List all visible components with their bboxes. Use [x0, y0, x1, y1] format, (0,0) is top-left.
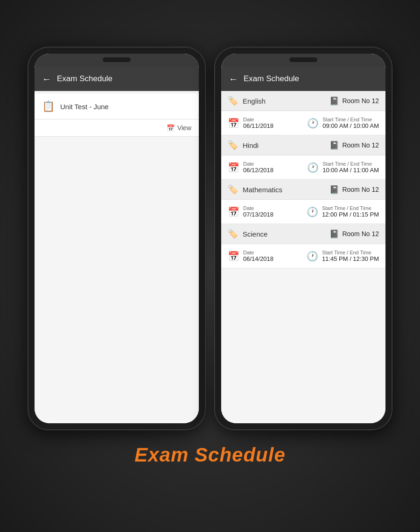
subject-left: 🏷️ Hindi: [228, 140, 259, 150]
subject-name: Mathematics: [243, 186, 282, 194]
room-icon: 📓: [329, 140, 339, 150]
header-title-right: Exam Schedule: [244, 74, 299, 84]
subject-detail-row: 📅 Date 07/13/2018 🕐 Start Time / End Tim…: [221, 200, 385, 224]
date-block: 📅 Date 06/14/2018: [228, 250, 273, 262]
subject-header-row: 🏷️ Mathematics 📓 Room No 12: [221, 180, 385, 200]
subject-header-row: 🏷️ Hindi 📓 Room No 12: [221, 135, 385, 155]
room-label: Room No 12: [342, 141, 379, 149]
time-value: 09:00 AM / 10:00 AM: [322, 122, 379, 129]
date-value: 06/14/2018: [243, 255, 273, 262]
phones-container: ← Exam Schedule 📋 Unit Test - June 📅 Vie…: [28, 47, 392, 430]
time-block: 🕐 Start Time / End Time 11:45 PM / 12:30…: [307, 250, 379, 262]
date-label: Date: [243, 205, 273, 211]
date-block: 📅 Date 06/11/2018: [228, 117, 273, 129]
view-row: 📅 View: [35, 119, 199, 137]
room-label: Room No 12: [342, 97, 379, 105]
date-value: 06/12/2018: [243, 167, 273, 174]
time-value: 11:45 PM / 12:30 PM: [322, 255, 379, 262]
calendar-icon: 📅: [228, 251, 239, 262]
subject-name: English: [243, 97, 266, 105]
room-label: Room No 12: [342, 230, 379, 238]
date-label: Date: [243, 117, 273, 122]
time-text: Start Time / End Time 09:00 AM / 10:00 A…: [322, 117, 379, 129]
date-value: 07/13/2018: [243, 211, 273, 218]
time-block: 🕐 Start Time / End Time 10:00 AM / 11:00…: [307, 161, 379, 174]
time-text: Start Time / End Time 10:00 AM / 11:00 A…: [322, 161, 379, 174]
subject-detail-row: 📅 Date 06/14/2018 🕐 Start Time / End Tim…: [221, 244, 385, 268]
subject-icon: 🏷️: [228, 140, 238, 150]
camera-bar-left: [103, 57, 131, 62]
date-value: 06/11/2018: [243, 122, 273, 129]
view-label[interactable]: View: [177, 124, 191, 132]
room-right: 📓 Room No 12: [329, 96, 379, 106]
back-button-left[interactable]: ←: [42, 74, 51, 84]
phone-left: ← Exam Schedule 📋 Unit Test - June 📅 Vie…: [28, 47, 205, 430]
date-text: Date 06/12/2018: [243, 161, 273, 174]
time-text: Start Time / End Time 12:00 PM / 01:15 P…: [322, 205, 379, 218]
subject-icon: 🏷️: [228, 184, 238, 195]
date-text: Date 06/14/2018: [243, 250, 273, 262]
time-label: Start Time / End Time: [322, 117, 379, 122]
time-text: Start Time / End Time 11:45 PM / 12:30 P…: [322, 250, 379, 262]
room-right: 📓 Room No 12: [329, 229, 379, 239]
clock-icon: 🕐: [307, 118, 319, 129]
date-label: Date: [243, 250, 273, 255]
calendar-icon: 📅: [228, 162, 239, 173]
subject-left: 🏷️ Science: [228, 229, 267, 239]
time-label: Start Time / End Time: [322, 205, 379, 211]
clock-icon: 🕐: [307, 251, 318, 262]
time-value: 12:00 PM / 01:15 PM: [322, 211, 379, 218]
subject-left: 🏷️ English: [228, 96, 266, 106]
time-block: 🕐 Start Time / End Time 12:00 PM / 01:15…: [307, 205, 379, 218]
date-block: 📅 Date 06/12/2018: [228, 161, 273, 174]
subject-detail-row: 📅 Date 06/11/2018 🕐 Start Time / End Tim…: [221, 111, 385, 135]
date-text: Date 07/13/2018: [243, 205, 273, 218]
room-icon: 📓: [329, 96, 339, 106]
app-content-right: 🏷️ English 📓 Room No 12 📅 Date 06/11/201…: [221, 91, 385, 423]
bottom-title: Exam Schedule: [134, 444, 285, 466]
subject-name: Hindi: [243, 141, 259, 149]
phone-right: ← Exam Schedule 🏷️ English 📓 Room No 12 …: [215, 47, 392, 430]
subject-icon: 🏷️: [228, 96, 238, 106]
view-button[interactable]: 📅 View: [167, 124, 191, 132]
exam-icon: 📋: [42, 100, 55, 112]
clock-icon: 🕐: [307, 206, 318, 217]
room-icon: 📓: [329, 185, 339, 195]
time-block: 🕐 Start Time / End Time 09:00 AM / 10:00…: [307, 117, 379, 129]
camera-bar-right: [289, 57, 317, 62]
time-label: Start Time / End Time: [322, 250, 379, 255]
date-block: 📅 Date 07/13/2018: [228, 205, 273, 218]
app-header-left: ← Exam Schedule: [35, 67, 199, 91]
room-right: 📓 Room No 12: [329, 140, 379, 150]
view-icon: 📅: [167, 124, 175, 132]
time-label: Start Time / End Time: [322, 161, 379, 167]
subject-detail-row: 📅 Date 06/12/2018 🕐 Start Time / End Tim…: [221, 155, 385, 180]
app-content-left: 📋 Unit Test - June 📅 View: [35, 91, 199, 423]
subject-left: 🏷️ Mathematics: [228, 184, 282, 195]
back-button-right[interactable]: ←: [229, 74, 238, 84]
subject-name: Science: [243, 230, 267, 238]
date-text: Date 06/11/2018: [243, 117, 273, 129]
app-header-right: ← Exam Schedule: [221, 67, 385, 91]
date-label: Date: [243, 161, 273, 167]
time-value: 10:00 AM / 11:00 AM: [322, 167, 379, 174]
clock-icon: 🕐: [307, 162, 319, 173]
subject-header-row: 🏷️ English 📓 Room No 12: [221, 91, 385, 111]
room-label: Room No 12: [342, 186, 379, 193]
room-icon: 📓: [329, 229, 339, 239]
subject-header-row: 🏷️ Science 📓 Room No 12: [221, 224, 385, 244]
schedule-list: 🏷️ English 📓 Room No 12 📅 Date 06/11/201…: [221, 91, 385, 268]
calendar-icon: 📅: [228, 206, 239, 217]
calendar-icon: 📅: [228, 118, 239, 129]
room-right: 📓 Room No 12: [329, 185, 379, 195]
exam-title: Unit Test - June: [60, 103, 109, 111]
exam-list-item[interactable]: 📋 Unit Test - June: [35, 94, 199, 119]
subject-icon: 🏷️: [228, 229, 238, 239]
header-title-left: Exam Schedule: [57, 74, 112, 84]
